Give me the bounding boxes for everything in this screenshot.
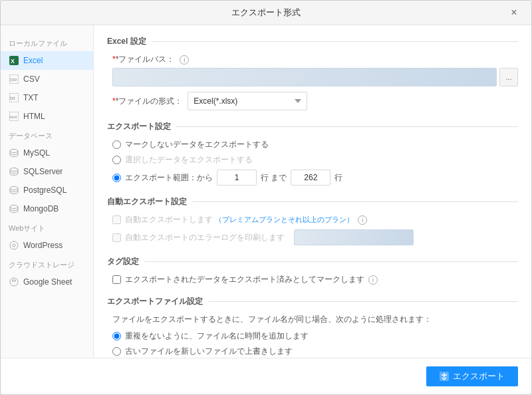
sidebar-item-mongodb[interactable]: MongoDB: [1, 199, 93, 218]
sqlserver-icon: [9, 166, 19, 177]
timestamp-radio[interactable]: [112, 332, 121, 340]
html-icon: html: [9, 111, 19, 122]
auto-export-note: （プレミアムプランとそれ以上のプラン）: [215, 215, 354, 223]
file-path-label: **ファイルパス：: [112, 54, 174, 65]
svg-point-13: [13, 244, 15, 247]
close-button[interactable]: ×: [507, 6, 521, 19]
dialog-title: エクスポート形式: [25, 7, 507, 19]
mark-exported-checkbox[interactable]: [112, 275, 121, 284]
excel-icon: X: [9, 55, 19, 66]
txt-icon: txt: [9, 92, 19, 103]
auto-export-section: 自動エクスポート設定 自動エクスポートします （プレミアムプランとそれ以上のプラ…: [107, 196, 518, 245]
error-log-label: 自動エクスポートのエラーログを印刷します: [125, 232, 285, 243]
file-path-info-icon: i: [180, 55, 189, 65]
export-button[interactable]: エクスポート: [426, 366, 518, 386]
file-format-field-row: **ファイルの形式： Excel(*.xlsx): [112, 92, 518, 110]
file-conflict-group: 重複をないように、ファイル名に時間を追加します 古いファイルを新しいファイルで上…: [112, 330, 518, 358]
sidebar-item-html[interactable]: html HTML: [1, 107, 93, 126]
mark-exported-label: エクスポートされたデータをエクスポート済みとしてマークします: [125, 274, 364, 285]
timestamp-label[interactable]: 重複をないように、ファイル名に時間を追加します: [125, 330, 309, 342]
wordpress-icon: [9, 240, 19, 251]
sidebar-db-label: データベース: [1, 126, 93, 144]
error-log-input[interactable]: [294, 229, 414, 245]
range-end-label: 行: [334, 172, 342, 184]
range-to-label: 行 まで: [261, 172, 287, 184]
timestamp-row: 重複をないように、ファイル名に時間を追加します: [112, 330, 518, 342]
file-format-select[interactable]: Excel(*.xlsx): [188, 92, 307, 110]
file-path-field-row: **ファイルパス： i: [112, 54, 518, 65]
auto-export-label: 自動エクスポートします （プレミアムプランとそれ以上のプラン）: [125, 214, 354, 225]
overwrite-label[interactable]: 古いファイルを新しいファイルで上書きします: [125, 346, 293, 357]
sidebar-item-txt[interactable]: txt TXT: [1, 88, 93, 107]
sidebar-item-mysql[interactable]: MySQL: [1, 144, 93, 162]
range-label[interactable]: エクスポート範囲：から: [125, 172, 213, 184]
range-to-input[interactable]: [291, 170, 331, 186]
sidebar-web-label: Webサイト: [1, 218, 93, 236]
overwrite-radio[interactable]: [112, 347, 121, 356]
file-format-label: **ファイルの形式：: [112, 96, 182, 107]
excel-settings-section: Excel 設定 **ファイルパス： i ... **ファイルの形式：: [107, 36, 518, 110]
svg-point-11: [10, 205, 18, 209]
excel-settings-title: Excel 設定: [107, 36, 518, 47]
file-export-settings-title: エクスポートファイル設定: [107, 296, 518, 307]
auto-export-row: 自動エクスポートします （プレミアムプランとそれ以上のプラン） i: [112, 214, 518, 225]
error-log-checkbox[interactable]: [112, 233, 121, 242]
error-log-row: 自動エクスポートのエラーログを印刷します: [112, 229, 518, 245]
sidebar-item-gsheet[interactable]: Google Sheet: [1, 273, 93, 291]
postgresql-icon: [9, 185, 19, 196]
file-export-settings-section: エクスポートファイル設定 ファイルをエクスポートするときに、ファイル名が同じ場合…: [107, 296, 518, 358]
no-mark-radio[interactable]: [112, 140, 121, 149]
overwrite-row: 古いファイルを新しいファイルで上書きします: [112, 346, 518, 357]
dialog-content: ローカルファイル X Excel csv CSV txt TXT: [1, 25, 531, 358]
svg-text:html: html: [9, 115, 17, 119]
sidebar-cloud-label: クラウドストレージ: [1, 255, 93, 273]
tag-settings-title: タグ設定: [107, 256, 518, 267]
export-options-group: マークしないデータをエクスポートする 選択したデータをエクスポートする エクスポ…: [112, 139, 518, 186]
title-bar: エクスポート形式 ×: [1, 1, 531, 25]
sidebar-local-label: ローカルファイル: [1, 33, 93, 51]
main-content: Excel 設定 **ファイルパス： i ... **ファイルの形式：: [94, 25, 531, 358]
file-path-row: ...: [112, 68, 518, 86]
sidebar: ローカルファイル X Excel csv CSV txt TXT: [1, 25, 94, 358]
svg-text:txt: txt: [10, 96, 15, 100]
browse-button[interactable]: ...: [499, 68, 518, 86]
sidebar-item-excel[interactable]: X Excel: [1, 51, 93, 70]
gsheet-icon: [9, 277, 19, 287]
mark-exported-row: エクスポートされたデータをエクスポート済みとしてマークします i: [112, 274, 518, 285]
svg-point-10: [10, 187, 18, 190]
range-row: エクスポート範囲：から 行 まで 行: [112, 170, 518, 186]
auto-export-title: 自動エクスポート設定: [107, 196, 518, 207]
mysql-icon: [9, 148, 19, 158]
selected-radio[interactable]: [112, 156, 121, 164]
export-settings-title: エクスポート設定: [107, 121, 518, 132]
export-btn-label: エクスポート: [453, 370, 505, 382]
dialog-footer: エクスポート: [1, 358, 531, 394]
tag-info-icon: i: [368, 275, 378, 285]
range-from-input[interactable]: [217, 170, 257, 186]
no-mark-label[interactable]: マークしないデータをエクスポートする: [125, 139, 269, 150]
svg-point-12: [10, 241, 18, 249]
svg-text:X: X: [11, 58, 15, 65]
export-settings-section: エクスポート設定 マークしないデータをエクスポートする 選択したデータをエクスポ…: [107, 121, 518, 186]
selected-label[interactable]: 選択したデータをエクスポートする: [125, 154, 253, 166]
file-path-input[interactable]: [112, 68, 497, 86]
range-radio[interactable]: [112, 174, 121, 182]
file-conflict-desc: ファイルをエクスポートするときに、ファイル名が同じ場合、次のように処理されます：: [112, 314, 518, 325]
sidebar-item-postgresql[interactable]: PostgreSQL: [1, 181, 93, 199]
export-dialog: エクスポート形式 × ローカルファイル X Excel csv CSV txt: [0, 0, 532, 395]
sidebar-item-csv[interactable]: csv CSV: [1, 70, 93, 88]
tag-settings-section: タグ設定 エクスポートされたデータをエクスポート済みとしてマークします i: [107, 256, 518, 285]
export-icon: [440, 372, 449, 381]
mongodb-icon: [9, 203, 19, 214]
svg-point-9: [10, 168, 18, 172]
auto-export-info-icon: i: [358, 215, 367, 225]
svg-text:csv: csv: [10, 77, 17, 82]
no-mark-row: マークしないデータをエクスポートする: [112, 139, 518, 150]
selected-row: 選択したデータをエクスポートする: [112, 154, 518, 166]
sidebar-item-wordpress[interactable]: WordPress: [1, 236, 93, 255]
csv-icon: csv: [9, 74, 19, 84]
svg-point-8: [10, 150, 18, 153]
sidebar-item-sqlserver[interactable]: SQLServer: [1, 162, 93, 181]
auto-export-checkbox[interactable]: [112, 215, 121, 224]
